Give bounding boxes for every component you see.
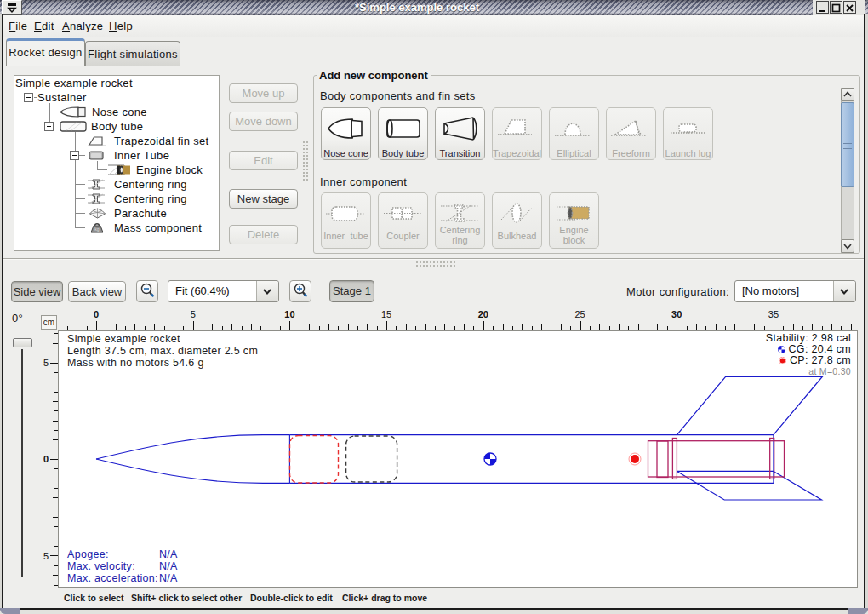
svg-text:10: 10 xyxy=(284,309,294,319)
svg-text:5: 5 xyxy=(191,309,196,319)
svg-text:35: 35 xyxy=(768,309,779,319)
svg-text:0: 0 xyxy=(94,309,99,319)
svg-text:15: 15 xyxy=(381,309,391,319)
svg-text:kg: kg xyxy=(94,227,100,232)
svg-text:0: 0 xyxy=(43,454,49,464)
svg-text:-5: -5 xyxy=(40,358,49,368)
svg-text:30: 30 xyxy=(671,309,682,319)
svg-text:5: 5 xyxy=(43,551,49,561)
svg-text:25: 25 xyxy=(574,309,585,319)
svg-text:20: 20 xyxy=(478,309,488,319)
